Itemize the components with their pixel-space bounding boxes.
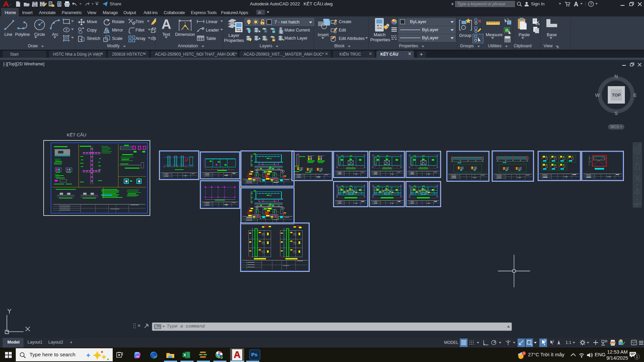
- svg-text:X: X: [183, 353, 186, 357]
- svg-text:2: 2: [523, 352, 525, 355]
- svg-text:1: 1: [636, 355, 638, 359]
- svg-text:Q: Q: [220, 356, 222, 359]
